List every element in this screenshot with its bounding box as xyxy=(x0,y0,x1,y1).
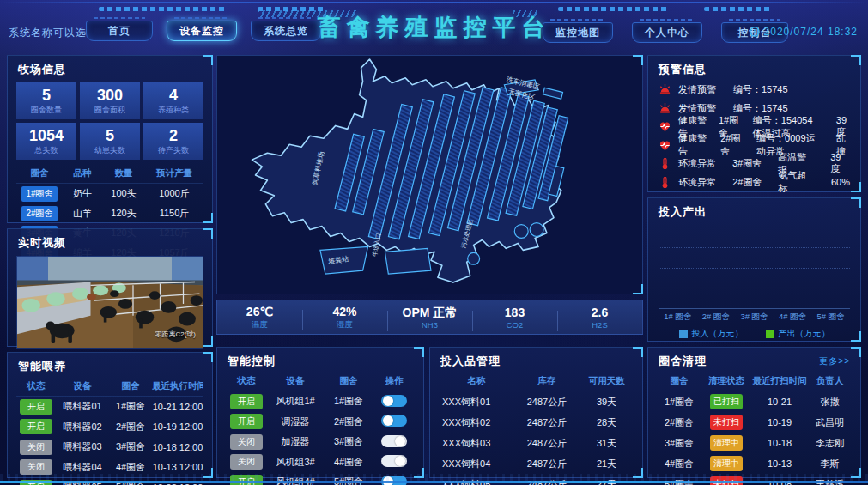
person-cell: 李志刚 xyxy=(808,437,852,450)
person-cell: 李斯 xyxy=(808,458,852,470)
sensor-value: 26℃ xyxy=(217,305,302,318)
header: 系统名称可以选 ▼ 首页设备监控系统总览 畜禽养殖监控平台 监控地图个人中心控制… xyxy=(0,0,868,50)
name-cell: XXX饲料01 xyxy=(439,396,514,409)
status-badge: 开启 xyxy=(20,419,52,434)
col-header: 圈舍 xyxy=(657,375,701,387)
status-cell: 开启 xyxy=(226,414,267,429)
stat-value: 4 xyxy=(169,87,178,104)
device-cell: 喂料器04 xyxy=(56,461,109,474)
siren-icon xyxy=(659,83,671,96)
stat-box: 5圈舍数量 xyxy=(16,82,76,119)
feeding-title: 智能喂养 xyxy=(8,353,212,378)
feeding-table-body: 开启喂料器011#圈舍10-21 12:00开启喂料器022#圈舍10-19 1… xyxy=(16,397,203,485)
feeding-table-head: 状态设备圈舍最近执行时间 xyxy=(16,378,203,397)
panel-io-chart: 投入产出 1# 圈舍2# 圈舍3# 圈舍4# 圈舍5# 圈舍 投入（万元）产出（… xyxy=(647,197,861,342)
col-header: 品种 xyxy=(63,167,102,179)
farm-map[interactable]: 饲草料堆场 洗车消毒区 无害化区 堆粪站 牛场入口 污水处理区 xyxy=(217,56,642,294)
time-cell: 10-21 12:00 xyxy=(152,402,203,412)
legend-label: 产出（万元） xyxy=(779,328,830,340)
col-header: 可用天数 xyxy=(580,375,634,387)
status-cell: 关闭 xyxy=(16,459,56,475)
device-cell: 喂料器01 xyxy=(56,400,109,413)
video-player[interactable]: 零距离C2(球) xyxy=(16,256,203,349)
sensor-label: 温度 xyxy=(217,319,302,330)
toggle-knob xyxy=(383,415,393,426)
status-badge: 关闭 xyxy=(230,454,263,470)
datetime: 2020/07/24 18:32 xyxy=(750,26,858,38)
col-header: 操作 xyxy=(373,375,415,387)
col-header: 设备 xyxy=(267,375,324,387)
stat-box: 5幼崽头数 xyxy=(80,123,140,160)
chart-category-label: 1# 圈舍 xyxy=(664,312,691,323)
tab-监控地图[interactable]: 监控地图 xyxy=(543,22,613,43)
table-row: XXX饲料032487公斤31天 xyxy=(439,433,634,453)
name-cell: XXX饲料04 xyxy=(439,458,514,470)
person-cell: 张撒 xyxy=(808,396,852,409)
pen-cell: 2#圈舍 xyxy=(324,415,373,428)
feeding-table: 状态设备圈舍最近执行时间 开启喂料器011#圈舍10-21 12:00开启喂料器… xyxy=(8,378,212,485)
panel-live-video: 实时视频 xyxy=(7,228,213,347)
chart-categories: 1# 圈舍2# 圈舍3# 圈舍4# 圈舍5# 圈舍 xyxy=(659,312,850,323)
sensor-value: OPM 正常 xyxy=(387,306,472,319)
stat-label: 圈舍数量 xyxy=(31,105,62,116)
datetime-text: 2020/07/24 18:32 xyxy=(764,26,858,38)
warnings-title: 预警信息 xyxy=(648,56,860,81)
thermo-icon xyxy=(659,176,671,189)
time-cell: 10-13 12:00 xyxy=(152,462,203,472)
cleaning-more-link[interactable]: 更多>> xyxy=(819,355,850,367)
warning-detail: 氨气超标 xyxy=(779,169,816,195)
toggle-knob xyxy=(395,456,405,466)
days-cell: 21天 xyxy=(580,458,634,470)
status-cell: 清理中 xyxy=(701,456,751,471)
warnings-title-text: 预警信息 xyxy=(659,62,707,77)
stat-box: 4养殖种类 xyxy=(143,82,203,119)
status-badge: 关闭 xyxy=(20,440,52,455)
clock-icon xyxy=(750,27,760,37)
warning-row: 发情预警编号：15745 xyxy=(648,81,860,100)
stat-label: 总头数 xyxy=(35,145,58,156)
warnings-list: 发情预警编号：15745发情预警编号：15745健康警告1#圈舍编号：15405… xyxy=(648,81,860,191)
device-toggle[interactable] xyxy=(381,435,407,447)
stock-cell: 2487公斤 xyxy=(514,458,580,470)
cleaning-status-badge: 清理中 xyxy=(710,435,743,451)
toggle-knob xyxy=(383,396,393,406)
warning-pen: 2#圈舍 xyxy=(720,132,750,158)
tab-系统总览[interactable]: 系统总览 xyxy=(251,21,321,41)
time-cell: 10-19 12:00 xyxy=(152,421,203,432)
chart-title-text: 投入产出 xyxy=(659,204,707,220)
status-cell: 关闭 xyxy=(16,440,56,455)
pen-cell: 1#圈舍 xyxy=(16,186,63,202)
chart-bars xyxy=(659,227,850,308)
stat-value: 1054 xyxy=(29,127,64,144)
table-row: 1#圈舍已打扫10-21张撒 xyxy=(657,391,852,412)
col-header: 清理状态 xyxy=(701,375,751,387)
stat-value: 5 xyxy=(106,127,114,144)
stock-cell: 2487公斤 xyxy=(514,416,580,429)
pen-chip: 2#圈舍 xyxy=(21,206,57,221)
stat-box: 2待产头数 xyxy=(143,123,203,160)
camera-watermark: 零距离C2(球) xyxy=(155,330,196,339)
legend-item: 投入（万元） xyxy=(679,328,744,340)
yield-cell: 1150斤 xyxy=(145,207,203,220)
pen-cell: 3#圈舍 xyxy=(324,435,373,448)
table-row: 开启调湿器2#圈舍 xyxy=(226,412,415,433)
table-row: 2#圈舍山羊120头1150斤 xyxy=(16,203,203,223)
days-cell: 31天 xyxy=(580,437,634,450)
pen-cell: 4#圈舍 xyxy=(657,458,701,470)
deco-dots-right xyxy=(558,7,670,11)
table-row: 1#圈舍奶牛100头1000斤 xyxy=(16,184,203,203)
status-cell: 关闭 xyxy=(226,434,267,450)
tab-设备监控[interactable]: 设备监控 xyxy=(167,21,237,41)
legend-swatch xyxy=(766,330,774,338)
tab-首页[interactable]: 首页 xyxy=(86,21,153,41)
pen-cell: 1#圈舍 xyxy=(324,395,373,408)
device-toggle[interactable] xyxy=(381,395,407,407)
warning-pen: 2#圈舍 xyxy=(732,176,771,189)
stat-label: 幼崽头数 xyxy=(94,145,125,156)
inputs-table: 名称库存可用天数 XXX饲料012487公斤39天XXX饲料022487公斤28… xyxy=(430,373,642,485)
device-toggle[interactable] xyxy=(381,455,407,467)
device-toggle[interactable] xyxy=(381,415,407,427)
feeding-title-text: 智能喂养 xyxy=(18,359,66,374)
sensor-label: H2S xyxy=(557,320,642,330)
tab-个人中心[interactable]: 个人中心 xyxy=(632,22,702,43)
